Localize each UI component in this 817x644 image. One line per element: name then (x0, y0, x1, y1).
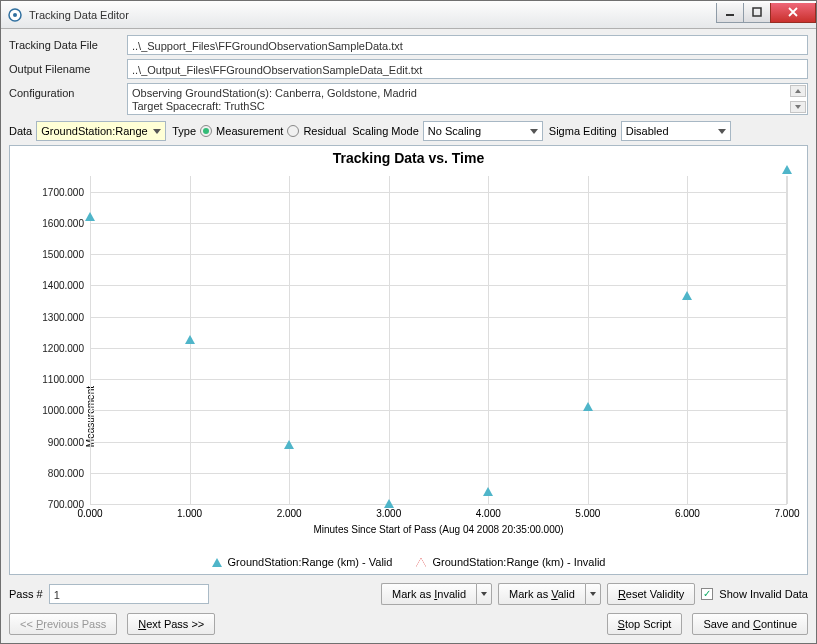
pass-number-field[interactable]: 1 (49, 584, 209, 604)
svg-rect-3 (753, 8, 761, 16)
stop-script-button[interactable]: Stop Script (607, 613, 683, 635)
tracking-file-label: Tracking Data File (9, 39, 119, 51)
residual-radio[interactable] (287, 125, 299, 137)
window-title: Tracking Data Editor (29, 9, 717, 21)
svg-point-1 (13, 13, 17, 17)
chart-panel: Tracking Data vs. Time Measurement Minut… (9, 145, 808, 575)
x-tick: 5.000 (575, 504, 600, 519)
x-tick: 7.000 (774, 504, 799, 519)
residual-radio-label: Residual (303, 125, 346, 137)
client-area: Tracking Data File ..\_Support_Files\FFG… (1, 29, 816, 643)
plot-area[interactable]: Measurement Minutes Since Start of Pass … (90, 176, 787, 504)
mark-valid-splitbutton[interactable]: Mark as Valid (498, 583, 601, 605)
output-filename-label: Output Filename (9, 63, 119, 75)
y-tick: 1700.000 (42, 186, 90, 197)
x-axis-label: Minutes Since Start of Pass (Aug 04 2008… (313, 504, 563, 535)
legend-valid-label: GroundStation:Range (km) - Valid (228, 556, 393, 568)
x-tick: 2.000 (277, 504, 302, 519)
mark-invalid-splitbutton[interactable]: Mark as Invalid (381, 583, 492, 605)
x-tick: 4.000 (476, 504, 501, 519)
scroll-down-icon[interactable] (790, 101, 806, 113)
data-label: Data (9, 125, 32, 137)
titlebar: Tracking Data Editor (1, 1, 816, 29)
app-window: Tracking Data Editor Tracking Data File … (0, 0, 817, 644)
previous-pass-button[interactable]: << Previous Pass (9, 613, 117, 635)
legend-invalid-label: GroundStation:Range (km) - Invalid (432, 556, 605, 568)
triangle-invalid-icon (416, 558, 426, 567)
config-line-2: Target Spacecraft: TruthSC (132, 100, 787, 113)
mark-valid-dropdown[interactable] (585, 583, 601, 605)
y-tick: 1100.000 (42, 374, 90, 385)
app-icon (7, 7, 23, 23)
x-tick: 1.000 (177, 504, 202, 519)
reset-validity-button[interactable]: Reset Validity (607, 583, 695, 605)
configuration-label: Configuration (9, 83, 119, 99)
close-button[interactable] (770, 3, 816, 23)
next-pass-button[interactable]: Next Pass >> (127, 613, 215, 635)
configuration-field[interactable]: Observing GroundStation(s): Canberra, Go… (127, 83, 808, 115)
minimize-button[interactable] (716, 3, 744, 23)
show-invalid-checkbox[interactable] (701, 588, 713, 600)
x-tick: 6.000 (675, 504, 700, 519)
mark-valid-button[interactable]: Mark as Valid (498, 583, 585, 605)
nav-row: << Previous Pass Next Pass >> Stop Scrip… (9, 609, 808, 635)
maximize-button[interactable] (743, 3, 771, 23)
sigma-editing-label: Sigma Editing (549, 125, 617, 137)
pass-number-label: Pass # (9, 588, 43, 600)
y-tick: 900.000 (48, 436, 90, 447)
config-line-1: Observing GroundStation(s): Canberra, Go… (132, 87, 787, 100)
output-filename-field[interactable]: ..\_Output_Files\FFGroundObservationSamp… (127, 59, 808, 79)
tracking-file-field[interactable]: ..\_Support_Files\FFGroundObservationSam… (127, 35, 808, 55)
show-invalid-label: Show Invalid Data (719, 588, 808, 600)
config-scrollbar[interactable] (790, 85, 806, 113)
y-tick: 800.000 (48, 467, 90, 478)
y-tick: 1500.000 (42, 249, 90, 260)
triangle-valid-icon (212, 558, 222, 567)
y-tick: 1400.000 (42, 280, 90, 291)
mark-invalid-dropdown[interactable] (476, 583, 492, 605)
y-tick: 1600.000 (42, 217, 90, 228)
action-row: Pass # 1 Mark as Invalid Mark as Valid R… (9, 579, 808, 605)
svg-rect-2 (726, 14, 734, 16)
type-label: Type (172, 125, 196, 137)
y-tick: 1000.000 (42, 405, 90, 416)
sigma-editing-select[interactable]: Disabled (621, 121, 731, 141)
data-select[interactable]: GroundStation:Range (36, 121, 166, 141)
mark-invalid-button[interactable]: Mark as Invalid (381, 583, 476, 605)
measurement-radio-label: Measurement (216, 125, 283, 137)
scaling-mode-label: Scaling Mode (352, 125, 419, 137)
chart-title: Tracking Data vs. Time (10, 146, 807, 166)
measurement-radio[interactable] (200, 125, 212, 137)
scaling-mode-select[interactable]: No Scaling (423, 121, 543, 141)
y-tick: 700.000 (48, 499, 90, 510)
scroll-up-icon[interactable] (790, 85, 806, 97)
options-toolbar: Data GroundStation:Range Type Measuremen… (9, 119, 808, 141)
chart-legend: GroundStation:Range (km) - Valid GroundS… (10, 556, 807, 568)
save-and-continue-button[interactable]: Save and Continue (692, 613, 808, 635)
y-tick: 1300.000 (42, 311, 90, 322)
y-tick: 1200.000 (42, 342, 90, 353)
